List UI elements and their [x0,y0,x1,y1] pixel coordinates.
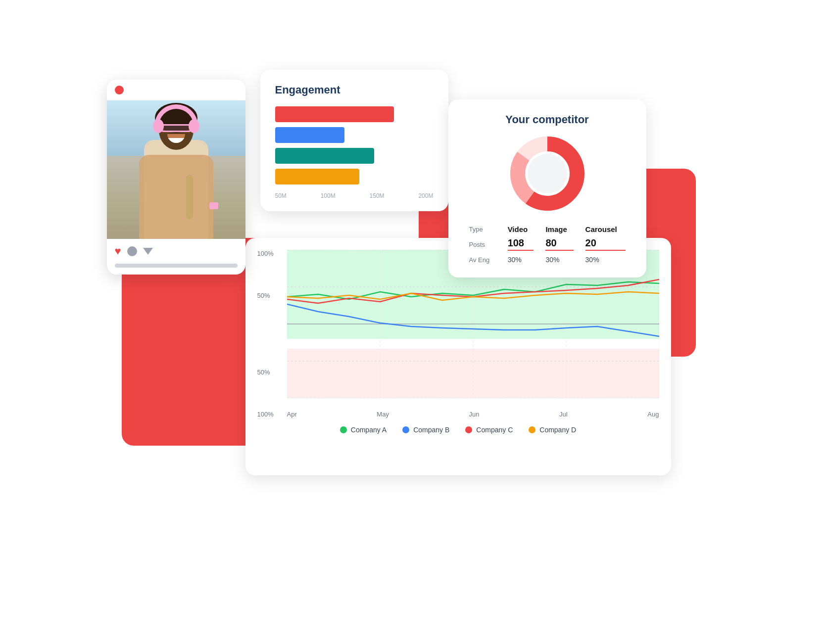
x-label-apr: Apr [287,411,297,418]
posts-label: Posts [463,235,502,254]
y-label-100-bottom: 100% [257,411,274,418]
chart-legend: Company A Company B Company C Company D [257,426,659,434]
post-image [107,100,245,239]
table-row-header: Type Video Image Carousel [463,223,632,235]
social-card-actions: ♥ [107,239,245,264]
x-labels: Apr May Jun Jul Aug [287,411,659,418]
heart-icon[interactable]: ♥ [115,245,121,258]
legend-dot-a [340,426,347,433]
legend-label-c: Company C [476,426,513,434]
record-indicator [115,86,124,94]
engagement-card: Engagement 50M 100M 150M 200M [260,70,448,211]
aveng-video: 30% [502,254,540,266]
progress-bar [115,264,238,268]
bar-row-1 [275,106,434,122]
posts-video: 108 [502,235,540,254]
aveng-image: 30% [539,254,579,266]
axis-label-200: 200M [418,192,433,199]
competitor-table: Type Video Image Carousel Posts 108 80 2… [463,223,632,266]
video-label: Video [502,223,540,235]
type-label: Type [463,223,502,235]
bar-chart [275,106,434,184]
image-label: Image [539,223,579,235]
aveng-carousel: 30% [580,254,632,266]
bar-red [275,106,394,122]
bar-row-4 [275,169,434,184]
y-labels: 100% 50% 50% 100% [257,250,274,418]
social-post-card: ♥ [107,80,245,275]
table-row-posts: Posts 108 80 20 [463,235,632,254]
y-label-50-bottom: 50% [257,368,274,376]
legend-label-a: Company A [351,426,387,434]
legend-company-c: Company C [465,426,513,434]
legend-label-b: Company B [413,426,449,434]
posts-image: 80 [539,235,579,254]
competitor-title: Your competitor [463,113,632,126]
bar-row-2 [275,127,434,143]
comment-icon[interactable] [127,246,137,256]
share-icon[interactable] [143,248,153,255]
legend-label-d: Company D [539,426,576,434]
main-scene: ♥ Engagement 50M 100M 150M 200M [92,50,735,594]
x-label-aug: Aug [647,411,659,418]
social-card-header [107,80,245,100]
carousel-label: Carousel [580,223,632,235]
table-row-aveng: Av Eng 30% 30% 30% [463,254,632,266]
legend-dot-c [465,426,472,433]
competitor-card: Your competitor Type Video [448,99,646,277]
axis-label-100: 100M [321,192,336,199]
y-label-100-top: 100% [257,250,274,257]
legend-company-a: Company A [340,426,387,434]
donut-chart-container [463,134,632,213]
bar-blue [275,127,344,143]
legend-company-b: Company B [402,426,449,434]
aveng-label: Av Eng [463,254,502,266]
bar-row-3 [275,148,434,164]
bar-teal [275,148,374,164]
bar-axis: 50M 100M 150M 200M [275,192,434,199]
legend-company-d: Company D [529,426,576,434]
legend-dot-b [402,426,409,433]
legend-dot-d [529,426,535,433]
posts-carousel: 20 [580,235,632,254]
axis-label-150: 150M [370,192,385,199]
x-label-jul: Jul [559,411,568,418]
donut-chart [508,134,587,213]
x-label-may: May [377,411,389,418]
axis-label-50: 50M [275,192,287,199]
bar-yellow [275,169,359,184]
donut-center [528,154,567,193]
engagement-title: Engagement [275,84,434,96]
y-label-50-top: 50% [257,292,274,299]
x-label-jun: Jun [469,411,480,418]
